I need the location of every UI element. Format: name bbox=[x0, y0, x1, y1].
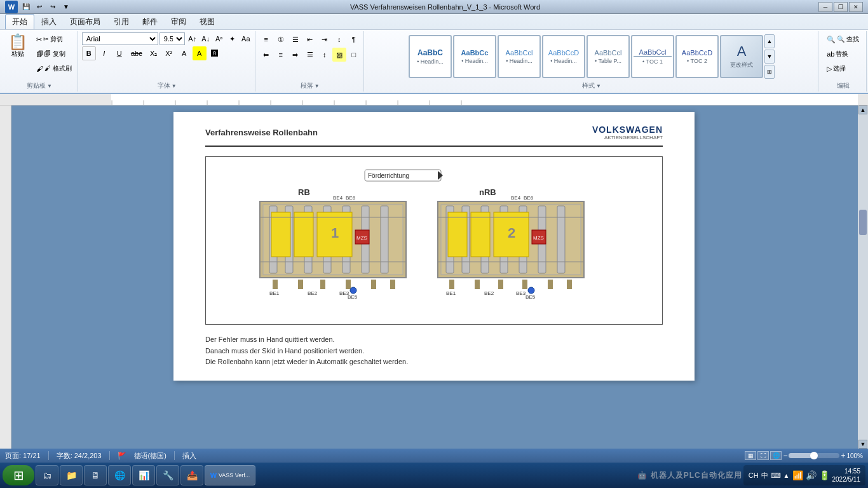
styles-scroll-down[interactable]: ▼ bbox=[764, 50, 775, 64]
paste-button[interactable]: 📋 粘贴 bbox=[4, 32, 32, 60]
svg-point-61 bbox=[528, 287, 534, 294]
bullets-btn[interactable]: ≡ bbox=[259, 32, 273, 46]
find-btn[interactable]: 🔍🔍 查找 bbox=[822, 32, 864, 46]
select-btn[interactable]: ▷选择 bbox=[822, 62, 864, 76]
decrease-indent-btn[interactable]: ⇤ bbox=[303, 32, 317, 46]
style-toc1[interactable]: AaBbCcl • TOC 1 bbox=[631, 35, 674, 78]
cut-button[interactable]: ✂✂ 剪切 bbox=[33, 32, 75, 46]
font-shrink-btn[interactable]: A↓ bbox=[200, 32, 212, 45]
ime-indicator[interactable]: 中 bbox=[761, 471, 768, 480]
font-size-select[interactable]: 9.5 bbox=[159, 32, 185, 45]
tab-mail[interactable]: 邮件 bbox=[136, 15, 164, 29]
taskbar-app-file[interactable]: 🗂 bbox=[36, 465, 58, 485]
qa-redo[interactable]: ↪ bbox=[47, 2, 58, 12]
tab-review[interactable]: 审阅 bbox=[165, 15, 193, 29]
strikethrough-btn[interactable]: abc bbox=[128, 46, 146, 60]
restore-btn[interactable]: ❐ bbox=[834, 2, 848, 12]
font-grow-btn[interactable]: A↑ bbox=[186, 32, 199, 45]
start-button[interactable]: ⊞ bbox=[3, 465, 34, 485]
align-center-btn[interactable]: ≡ bbox=[274, 48, 288, 62]
qa-dropdown[interactable]: ▼ bbox=[60, 2, 72, 12]
taskbar-app-browser[interactable]: 🌐 bbox=[108, 465, 131, 485]
shading-btn[interactable]: ▨ bbox=[332, 48, 346, 62]
close-btn[interactable]: ✕ bbox=[849, 2, 863, 12]
copy-button[interactable]: 🗐🗐 复制 bbox=[33, 47, 75, 61]
battery-icon[interactable]: 🔋 bbox=[819, 470, 830, 480]
tray-arrow[interactable]: ▲ bbox=[783, 472, 790, 479]
italic-btn[interactable]: I bbox=[97, 46, 111, 60]
tab-references[interactable]: 引用 bbox=[107, 15, 135, 29]
tab-layout[interactable]: 页面布局 bbox=[64, 15, 107, 29]
zoom-slider[interactable] bbox=[789, 453, 839, 458]
styles-expand[interactable]: ⊞ bbox=[764, 65, 775, 79]
svg-rect-45 bbox=[557, 206, 565, 273]
zoom-minus[interactable]: − bbox=[783, 451, 787, 460]
view-print-btn[interactable]: ▦ bbox=[745, 451, 756, 460]
qa-undo[interactable]: ↩ bbox=[34, 2, 45, 12]
svg-rect-28 bbox=[371, 280, 376, 289]
border-btn[interactable]: □ bbox=[347, 48, 361, 62]
taskbar-app-task[interactable]: 📊 bbox=[132, 465, 155, 485]
lang-indicator[interactable]: CH bbox=[749, 471, 759, 479]
highlight-btn[interactable]: A bbox=[193, 46, 207, 60]
underline-btn[interactable]: U bbox=[112, 46, 126, 60]
show-marks-btn[interactable]: ¶ bbox=[347, 32, 361, 46]
scroll-thumb[interactable] bbox=[859, 210, 867, 235]
superscript-btn[interactable]: X² bbox=[162, 46, 176, 60]
style-heading4[interactable]: AaBbCcD • Headin... bbox=[542, 35, 585, 78]
document-scrollbar[interactable]: ▲ ▼ bbox=[858, 105, 868, 449]
line-spacing-btn[interactable]: ↕ bbox=[318, 48, 332, 62]
subscript-btn[interactable]: X₂ bbox=[147, 46, 161, 60]
format-painter-button[interactable]: 🖌🖌 格式刷 bbox=[33, 62, 75, 76]
vw-logo: VOLKSWAGEN bbox=[592, 125, 663, 135]
taskbar-app-folder[interactable]: 📁 bbox=[60, 465, 83, 485]
font-special-btn[interactable]: ✦ bbox=[226, 32, 239, 45]
font-color-btn[interactable]: A bbox=[177, 46, 191, 60]
align-right-btn[interactable]: ➡ bbox=[288, 48, 302, 62]
system-clock[interactable]: 14:55 2022/5/11 bbox=[832, 467, 861, 484]
taskbar: ⊞ 🗂 📁 🖥 🌐 📊 🔧 📤 W VASS Verf... 🤖 机器人及PLC… bbox=[0, 463, 868, 488]
style-table[interactable]: AaBbCcl • Table P... bbox=[587, 35, 630, 78]
style-heading1[interactable]: AaBbC • Headin... bbox=[409, 35, 452, 78]
qa-save[interactable]: 💾 bbox=[20, 2, 32, 12]
view-full-btn[interactable]: ⛶ bbox=[757, 451, 769, 460]
svg-rect-18 bbox=[271, 212, 290, 257]
replace-btn[interactable]: ab替换 bbox=[822, 47, 864, 61]
document-area: Verfahrensweise Rollenbahn VOLKSWAGEN AK… bbox=[0, 105, 868, 449]
taskbar-app-tools[interactable]: 🔧 bbox=[156, 465, 179, 485]
taskbar-app-word[interactable]: W VASS Verf... bbox=[205, 465, 255, 485]
bold-btn[interactable]: B bbox=[82, 46, 96, 60]
scroll-up-btn[interactable]: ▲ bbox=[858, 105, 867, 114]
font-name-select[interactable]: Arial bbox=[82, 32, 158, 45]
numbering-btn[interactable]: ① bbox=[274, 32, 288, 46]
style-heading3[interactable]: AaBbCcl • Headin... bbox=[498, 35, 541, 78]
tab-home[interactable]: 开始 bbox=[5, 14, 34, 29]
volume-icon[interactable]: 🔊 bbox=[806, 470, 817, 480]
style-change[interactable]: A 更改样式 bbox=[720, 35, 763, 78]
scroll-down-btn[interactable]: ▼ bbox=[858, 440, 867, 449]
minimize-btn[interactable]: ─ bbox=[818, 2, 832, 12]
taskbar-app-transfer[interactable]: 📤 bbox=[180, 465, 203, 485]
font-clear-btn[interactable]: Aᵃ bbox=[213, 32, 226, 45]
multilevel-btn[interactable]: ☰ bbox=[288, 32, 302, 46]
svg-text:BE4: BE4 bbox=[333, 195, 343, 201]
font-shade-btn[interactable]: 🅰 bbox=[208, 46, 222, 60]
svg-rect-57 bbox=[567, 280, 572, 289]
view-web-btn[interactable]: 🌐 bbox=[770, 451, 782, 460]
network-icon[interactable]: 📶 bbox=[792, 470, 803, 480]
style-heading2[interactable]: AaBbCc • Headin... bbox=[453, 35, 496, 78]
align-left-btn[interactable]: ⬅ bbox=[259, 48, 273, 62]
tab-view[interactable]: 视图 bbox=[193, 15, 221, 29]
sort-btn[interactable]: ↕ bbox=[332, 32, 346, 46]
font-aa-btn[interactable]: Aa bbox=[240, 32, 252, 45]
justify-btn[interactable]: ☰ bbox=[303, 48, 317, 62]
svg-rect-47 bbox=[471, 212, 490, 257]
tab-insert[interactable]: 插入 bbox=[35, 15, 63, 29]
svg-rect-54 bbox=[498, 280, 503, 289]
increase-indent-btn[interactable]: ⇥ bbox=[318, 32, 332, 46]
styles-scroll-up[interactable]: ▲ bbox=[764, 34, 775, 48]
taskbar-app-display[interactable]: 🖥 bbox=[84, 465, 107, 485]
ime-icon[interactable]: ⌨ bbox=[771, 471, 781, 480]
style-toc2[interactable]: AaBbCcD • TOC 2 bbox=[675, 35, 719, 78]
zoom-plus[interactable]: + bbox=[841, 451, 845, 460]
